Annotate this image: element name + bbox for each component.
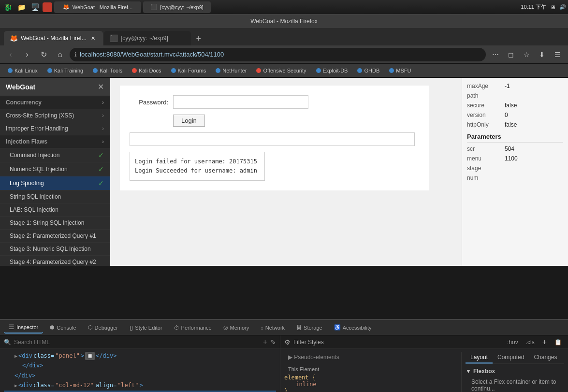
rule1-prop: inline xyxy=(284,381,457,388)
bookmark-kali-training[interactable]: Kali Training xyxy=(44,67,87,74)
layout-tab-changes[interactable]: Changes xyxy=(529,352,562,363)
taskbar-icon-files[interactable]: 📁 xyxy=(15,1,27,13)
bookmark-offensive-security[interactable]: Offensive Security xyxy=(252,67,310,74)
back-button[interactable]: ‹ xyxy=(4,48,17,61)
login-button[interactable]: Login xyxy=(173,115,205,127)
bookmark-label-6: NetHunter xyxy=(222,68,247,73)
accessibility-icon: ♿ xyxy=(334,324,341,331)
sidebar-item-xss[interactable]: Cross-Site Scripting (XSS) › xyxy=(0,109,110,122)
sidebar-item-stage1[interactable]: Stage 1: String SQL Injection xyxy=(0,217,110,230)
add-rule-btn[interactable]: + xyxy=(540,337,549,348)
overflow-button[interactable]: ⋯ xyxy=(489,48,502,61)
layout-tab-computed[interactable]: Computed xyxy=(493,352,529,363)
devtools-tab-debugger[interactable]: ⬡ Debugger xyxy=(83,322,123,333)
accessibility-label: Accessibility xyxy=(343,325,372,331)
bookmark-pocket-btn[interactable]: ◻ xyxy=(504,48,518,61)
flexbox-section-title[interactable]: ▼ Flexbox xyxy=(466,366,564,377)
password-row: Password: xyxy=(130,95,420,109)
bookmark-label-9: GHDB xyxy=(364,68,379,73)
sidebar-item-stage4[interactable]: Stage 4: Parameterized Query #2 xyxy=(0,256,110,266)
wide-input-row xyxy=(130,132,420,146)
pseudo-collapse-icon[interactable]: ▶ xyxy=(288,354,292,361)
bookmark-kali-tools[interactable]: Kali Tools xyxy=(89,67,126,74)
open-menu-btn[interactable]: ☰ xyxy=(551,48,564,61)
add-node-btn[interactable]: + xyxy=(263,338,267,347)
sidebar-close-btn[interactable]: ✕ xyxy=(98,82,104,91)
home-button[interactable]: ⌂ xyxy=(53,48,67,61)
bookmark-msfu[interactable]: MSFU xyxy=(385,67,415,74)
param-scr-key: scr xyxy=(467,145,501,152)
wide-text-input[interactable] xyxy=(130,132,415,146)
taskbar-firefox-btn[interactable]: 🦊 WebGoat - Mozilla Firef... xyxy=(54,1,141,13)
reload-button[interactable]: ↻ xyxy=(37,48,50,61)
rule1-close: } xyxy=(284,388,457,392)
bookmark-kali-docs[interactable]: Kali Docs xyxy=(128,67,165,74)
styles-left: ▶ Pseudo-elements This Element element {… xyxy=(280,352,462,392)
param-menu-row: menu 1100 xyxy=(467,155,563,162)
screenshot-btn[interactable]: 📋 xyxy=(552,338,564,347)
taskbar-terminal-btn[interactable]: ⬛ [cyy@cyy: ~/exp9] xyxy=(143,1,211,13)
browser-chrome: WebGoat - Mozilla Firefox 🦊 WebGoat - Mo… xyxy=(0,15,568,78)
sidebar-item-concurrency[interactable]: Concurrency › xyxy=(0,96,110,109)
devtools-tab-inspector[interactable]: ☰ Inspector xyxy=(4,321,43,334)
taskbar-icon-terminal[interactable]: 🖥️ xyxy=(29,1,41,13)
bookmark-exploit-db[interactable]: Exploit-DB xyxy=(312,67,352,74)
devtools-toolbar: ☰ Inspector ⬢ Console ⬡ Debugger {} Styl… xyxy=(0,320,568,335)
sidebar-item-error-handling[interactable]: Improper Error Handling › xyxy=(0,122,110,135)
layout-tab-layout[interactable]: Layout xyxy=(466,352,493,363)
devtools-tab-storage[interactable]: 🗄 Storage xyxy=(291,323,327,333)
layout-panel: Layout Computed Changes ▼ Flexbox Select… xyxy=(462,352,568,392)
sidebar-item-lab-sql[interactable]: LAB: SQL Injection xyxy=(0,203,110,217)
sidebar-item-stage3[interactable]: Stage 3: Numeric SQL Injection xyxy=(0,243,110,256)
bookmark-star-btn[interactable]: ☆ xyxy=(520,48,533,61)
bookmark-icon-2 xyxy=(47,68,52,73)
sidebar-item-log-spoofing[interactable]: Log Spoofing ✓ xyxy=(0,176,110,190)
sidebar-item-stage2[interactable]: Stage 2: Parameterized Query #1 xyxy=(0,230,110,243)
new-tab-button[interactable]: + xyxy=(192,32,205,45)
sidebar-label-lab-sql: LAB: SQL Injection xyxy=(10,206,58,213)
cookie-version-row: version 0 xyxy=(467,112,563,118)
bookmark-kali-forums[interactable]: Kali Forums xyxy=(167,67,210,74)
html-line-4: ▶ <div class="col-md-12" align="left"> xyxy=(4,380,276,390)
download-btn[interactable]: ⬇ xyxy=(535,48,549,61)
sidebar-item-numeric-sql[interactable]: Numeric SQL Injection ✓ xyxy=(0,162,110,176)
html-search-input[interactable] xyxy=(14,339,260,346)
sidebar-label-concurrency: Concurrency xyxy=(6,99,42,106)
html-line-1: ▶ <div class="panel">🔲</div> xyxy=(4,351,276,361)
tab-close-btn[interactable]: ✕ xyxy=(89,34,97,42)
triangle-4[interactable]: ▶ xyxy=(15,381,17,390)
address-bar[interactable]: ℹ localhost:8080/WebGoat/start.mvc#attac… xyxy=(70,48,486,61)
triangle-1[interactable]: ▶ xyxy=(15,352,17,360)
bookmark-kali-linux[interactable]: Kali Linux xyxy=(4,67,42,74)
flexbox-collapse-icon: ▼ xyxy=(466,368,471,375)
hover-btn[interactable]: :hov xyxy=(505,338,521,347)
cookie-path-row: path xyxy=(467,92,563,99)
bookmarks-bar: Kali Linux Kali Training Kali Tools Kali… xyxy=(0,64,568,77)
taskbar-icon-red[interactable] xyxy=(43,2,52,12)
devtools-tab-performance[interactable]: ⏱ Performance xyxy=(169,323,217,333)
param-menu-val: 1100 xyxy=(505,155,518,162)
cls-btn[interactable]: .cls xyxy=(524,338,537,347)
taskbar-icon-dragon[interactable]: 🐉 xyxy=(2,1,14,13)
devtools-tab-style-editor[interactable]: {} Style Editor xyxy=(125,323,167,333)
devtools-tab-memory[interactable]: ◎ Memory xyxy=(218,322,254,333)
sidebar-label-xss: Cross-Site Scripting (XSS) xyxy=(6,112,74,119)
browser-tab-terminal[interactable]: ⬛ [cyy@cyy: ~/exp9] xyxy=(104,31,191,45)
pick-element-btn[interactable]: ✎ xyxy=(270,338,276,346)
devtools-tab-network[interactable]: ↕ Network xyxy=(256,323,290,333)
sidebar-item-injection-flaws[interactable]: Injection Flaws › xyxy=(0,135,110,148)
devtools-tab-console[interactable]: ⬢ Console xyxy=(45,322,81,333)
forward-button[interactable]: › xyxy=(20,48,34,61)
browser-toolbar: ‹ › ↻ ⌂ ℹ localhost:8080/WebGoat/start.m… xyxy=(0,45,568,64)
bookmark-icon-1 xyxy=(8,68,13,73)
html-line-5-selected[interactable]: ▼ <div id="lesson-content-wrapper" class… xyxy=(4,391,276,392)
sidebar-item-command-injection[interactable]: Command Injection ✓ xyxy=(0,148,110,162)
tab-favicon-terminal: ⬛ xyxy=(110,34,118,42)
bookmark-nethunter[interactable]: NetHunter xyxy=(212,67,250,74)
sidebar-item-string-sql[interactable]: String SQL Injection xyxy=(0,190,110,203)
cookie-version-key: version xyxy=(467,112,501,118)
browser-tab-webgoat[interactable]: 🦊 WebGoat - Mozilla Firef... ✕ xyxy=(4,31,103,45)
password-input[interactable] xyxy=(173,95,308,109)
devtools-tab-accessibility[interactable]: ♿ Accessibility xyxy=(329,322,377,333)
bookmark-ghdb[interactable]: GHDB xyxy=(353,67,383,74)
